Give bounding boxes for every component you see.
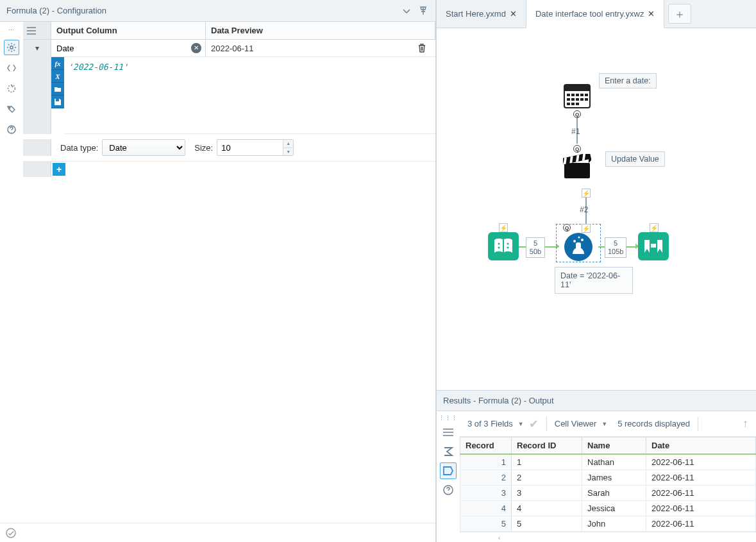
svg-point-28 — [498, 243, 500, 245]
messages-tab-icon[interactable] — [440, 424, 457, 441]
lightning-anchor-icon: ⚡ — [582, 189, 591, 198]
expression-block: fx X '2022-06-11' — [23, 57, 435, 134]
q-anchor-icon: Q — [573, 110, 581, 118]
new-tab-button[interactable]: ＋ — [668, 4, 691, 24]
size-label: Size: — [194, 143, 213, 153]
svg-point-4 — [6, 529, 15, 538]
table-row[interactable]: 55John2022-06-11 — [460, 516, 756, 532]
browse-tool-icon[interactable] — [638, 232, 669, 262]
svg-rect-17 — [567, 103, 570, 105]
q-anchor-icon: Q — [573, 145, 581, 153]
svg-rect-38 — [651, 244, 656, 248]
cell-name: John — [582, 516, 646, 532]
config-side-tab-strip: ⋯ — [0, 22, 23, 523]
minimize-icon[interactable] — [401, 5, 412, 17]
pin-icon[interactable] — [417, 5, 429, 17]
clear-field-icon[interactable]: ✕ — [191, 43, 201, 53]
size-input[interactable] — [217, 139, 294, 156]
col-date[interactable]: Date — [646, 437, 756, 455]
var-x-icon[interactable]: X — [51, 70, 64, 83]
save-icon[interactable] — [51, 96, 64, 108]
svg-rect-18 — [571, 103, 575, 105]
list-icon[interactable] — [27, 27, 36, 35]
chevron-down-icon[interactable]: ▾ — [35, 44, 39, 53]
help-tab-icon[interactable] — [4, 122, 19, 137]
svg-rect-12 — [567, 98, 570, 101]
config-title: Formula (2) - Configuration — [6, 6, 106, 15]
svg-point-0 — [10, 46, 13, 49]
date-tool-icon[interactable] — [563, 82, 591, 109]
table-row[interactable]: 22James2022-06-11 — [460, 470, 756, 486]
lightning-anchor-icon: ⚡ — [499, 223, 508, 232]
config-tab-icon[interactable] — [4, 40, 19, 55]
help-tab-icon[interactable] — [440, 482, 457, 498]
svg-rect-33 — [576, 242, 581, 249]
workflow-canvas[interactable]: Q Enter a date: #1 Q Update Value ⚡ #2 ⚡ — [437, 28, 756, 390]
date-tool-label: Enter a date: — [599, 73, 657, 89]
svg-point-29 — [498, 247, 500, 249]
cell-date: 2022-06-11 — [646, 486, 756, 501]
svg-point-30 — [507, 243, 509, 245]
action-tool-label: Update Value — [605, 151, 665, 167]
data-type-select[interactable]: Date — [102, 139, 185, 156]
folder-icon[interactable] — [51, 83, 64, 96]
svg-rect-14 — [576, 98, 579, 101]
results-toolbar: 3 of 3 Fields ▼ ✔ Cell Viewer ▼ 5 record… — [460, 411, 756, 437]
tab-start-here[interactable]: Start Here.yxmd ✕ — [437, 0, 526, 28]
cell-record-id: 2 — [512, 470, 582, 486]
caret-down-icon[interactable]: ▼ — [601, 421, 607, 427]
tab-label: Date interface tool entry.yxwz — [535, 9, 644, 19]
fields-count[interactable]: 3 of 3 Fields — [467, 419, 513, 428]
svg-rect-8 — [571, 94, 575, 96]
in-record-badge: 550b — [526, 237, 545, 258]
summary-tab-icon[interactable] — [440, 443, 457, 460]
expression-editor[interactable]: '2022-06-11' — [64, 57, 435, 134]
tab-date-interface[interactable]: Date interface tool entry.yxwz ✕ — [526, 0, 665, 28]
fx-icon[interactable]: fx — [51, 57, 64, 70]
svg-rect-6 — [564, 85, 590, 91]
cell-viewer[interactable]: Cell Viewer — [555, 419, 597, 428]
col-name[interactable]: Name — [582, 437, 646, 455]
tab-label: Start Here.yxmd — [446, 9, 506, 19]
cell-name: Sarah — [582, 486, 646, 501]
size-spinner[interactable]: ▲▼ — [283, 140, 293, 155]
results-title: Results - Formula (2) - Output — [443, 396, 554, 405]
trash-icon[interactable] — [416, 42, 428, 54]
action-tool-icon[interactable] — [563, 154, 591, 180]
formula-field-row: ▾ ✕ 2022-06-11 — [23, 40, 435, 57]
grip-icon[interactable]: ⋮⋮⋮ — [439, 415, 458, 421]
formula-tool-icon[interactable] — [564, 232, 593, 264]
results-grid[interactable]: Record Record ID Name Date 11Nathan2022-… — [460, 437, 756, 532]
preview-value: 2022-06-11 — [211, 44, 254, 53]
svg-rect-16 — [585, 98, 588, 101]
close-icon[interactable]: ✕ — [510, 9, 517, 19]
add-expression-button[interactable]: + — [53, 163, 65, 176]
lightning-anchor-icon: ⚡ — [582, 224, 591, 233]
close-icon[interactable]: ✕ — [648, 9, 655, 19]
svg-rect-20 — [564, 163, 590, 178]
cell-date: 2022-06-11 — [646, 454, 756, 470]
col-record[interactable]: Record — [460, 437, 512, 455]
out-record-badge: 5105b — [605, 237, 626, 258]
cell-date: 2022-06-11 — [646, 470, 756, 486]
check-icon[interactable]: ✔ — [529, 417, 539, 431]
up-arrow-icon[interactable]: ↑ — [743, 417, 748, 430]
xml-tab-icon[interactable] — [4, 60, 19, 76]
tag-tab-icon[interactable] — [4, 101, 19, 117]
grip-icon[interactable]: ⋯ — [8, 27, 15, 33]
caret-down-icon[interactable]: ▼ — [518, 421, 524, 427]
table-row[interactable]: 11Nathan2022-06-11 — [460, 454, 756, 470]
cell-name: Nathan — [582, 454, 646, 470]
records-display: 5 records displayed — [617, 419, 690, 428]
input-tool-icon[interactable] — [488, 232, 519, 262]
table-row[interactable]: 33Sarah2022-06-11 — [460, 486, 756, 501]
nav-tab-icon[interactable] — [4, 81, 19, 96]
table-row[interactable]: 44Jessica2022-06-11 — [460, 501, 756, 516]
data-type-label: Data type: — [60, 143, 98, 153]
row-number: 5 — [460, 516, 512, 532]
data-tab-icon[interactable] — [440, 462, 457, 479]
hscroll-indicator[interactable]: ‹ — [460, 532, 756, 542]
output-column-input[interactable] — [55, 43, 201, 54]
col-record-id[interactable]: Record ID — [512, 437, 582, 455]
type-size-row: Data type: Date Size: ▲▼ — [23, 134, 435, 162]
